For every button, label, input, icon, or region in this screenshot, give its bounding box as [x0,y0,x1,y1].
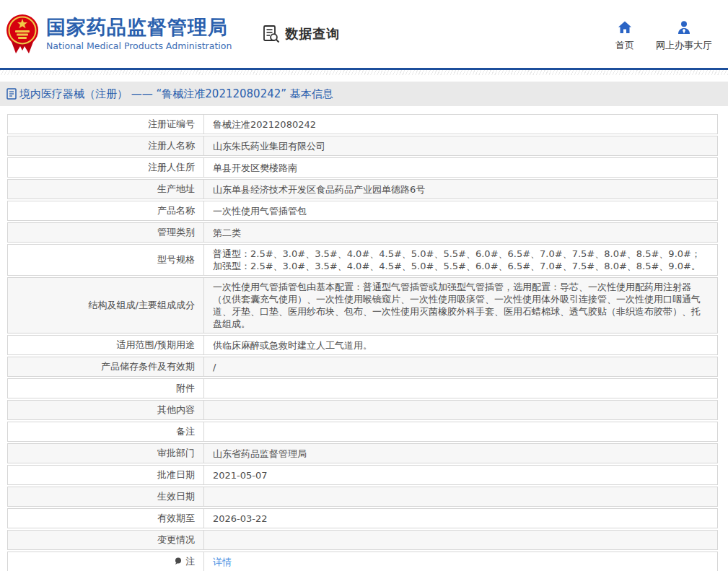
table-row: 产品储存条件及有效期/ [7,357,718,377]
row-label: 批准日期 [8,466,204,484]
table-row: 型号规格普通型：2.5#、3.0#、3.5#、4.0#、4.5#、5.0#、5.… [7,244,718,276]
note-icon [175,557,183,567]
row-label: 注册证编号 [8,115,204,134]
row-label: 附件 [8,379,204,398]
info-table: 注册证编号鲁械注准20212080242注册人名称山东朱氏药业集团有限公司注册人… [7,114,718,571]
row-value: 普通型：2.5#、3.0#、3.5#、4.0#、4.5#、5.0#、5.5#、6… [204,245,717,275]
table-row: 批准日期2021-05-07 [7,465,718,485]
table-row: 附件 [7,378,718,398]
hatched-divider [0,70,728,75]
row-value: 一次性使用气管插管包 [204,201,717,220]
row-label: 其他内容 [8,401,204,419]
row-value: 一次性使用气管插管包由基本配置：普通型气管插管或加强型气管插管，选用配置：导芯、… [204,278,717,333]
row-value: 山东省药品监督管理局 [204,444,717,463]
site-logo[interactable]: 国家药品监督管理局 National Medical Products Admi… [6,13,232,55]
detail-link[interactable]: 详情 [213,556,232,568]
row-value [204,487,717,506]
data-query-label: 数据查询 [285,25,340,43]
row-label: 注 [8,552,204,571]
top-nav: 首页 网上办事大厅 [615,20,712,52]
table-row: 注册人名称山东朱氏药业集团有限公司 [7,136,718,156]
row-label: 备注 [8,422,204,441]
data-query-menu[interactable]: 数据查询 [262,25,340,43]
row-label: 产品名称 [8,201,204,220]
row-label: 生产地址 [8,180,204,199]
row-value [204,401,717,419]
row-label: 型号规格 [8,245,204,275]
user-icon [677,20,691,35]
row-label: 注册人住所 [8,158,204,177]
table-row: 适用范围/预期用途供临床麻醉或急救时建立人工气道用。 [7,335,718,355]
nav-item-home[interactable]: 首页 [615,20,634,52]
row-label: 有效期至 [8,509,204,528]
row-label: 生效日期 [8,487,204,506]
row-value [204,379,717,398]
row-label: 变更情况 [8,531,204,549]
table-row: 注册证编号鲁械注准20212080242 [7,114,718,134]
table-row: 变更情况 [7,530,718,550]
nav-label: 首页 [615,39,634,52]
row-label: 管理类别 [8,223,204,242]
row-value: 详情 [204,552,717,571]
row-value [204,531,717,549]
table-row: 有效期至2026-03-22 [7,508,718,528]
row-value: 第二类 [204,223,717,242]
table-row: 注册人住所单县开发区樊楼路南 [7,157,718,178]
row-label: 适用范围/预期用途 [8,336,204,354]
row-value: 鲁械注准20212080242 [204,115,717,134]
table-row: 备注 [7,422,718,442]
row-value: 供临床麻醉或急救时建立人工气道用。 [204,336,717,354]
row-value: 单县开发区樊楼路南 [204,158,717,177]
table-row: 注详情 [7,552,718,571]
row-label: 产品储存条件及有效期 [8,357,204,376]
table-row: 生效日期 [7,487,718,507]
row-value: 2026-03-22 [204,509,717,528]
org-name-cn: 国家药品监督管理局 [46,17,232,38]
row-value: 山东朱氏药业集团有限公司 [204,136,717,155]
row-value: 山东单县经济技术开发区食品药品产业园单德路6号 [204,180,717,199]
site-header: 国家药品监督管理局 National Medical Products Admi… [0,0,728,70]
row-value: 2021-05-07 [204,466,717,484]
national-emblem-icon [6,13,39,55]
org-name-en: National Medical Products Administration [46,40,232,51]
table-row: 产品名称一次性使用气管插管包 [7,201,718,221]
nav-label: 网上办事大厅 [656,39,712,52]
breadcrumb-bar: 境内医疗器械（注册） —— “鲁械注准20212080242” 基本信息 [0,82,728,106]
page-title: 境内医疗器械（注册） —— “鲁械注准20212080242” 基本信息 [19,87,333,101]
table-row: 审批部门山东省药品监督管理局 [7,443,718,463]
data-query-icon [262,25,281,43]
row-label: 结构及组成/主要组成成分 [8,278,204,333]
row-value [204,422,717,441]
document-icon [6,88,17,100]
table-row: 生产地址山东单县经济技术开发区食品药品产业园单德路6号 [7,179,718,199]
home-icon [618,20,632,35]
row-label: 审批部门 [8,444,204,463]
table-row: 管理类别第二类 [7,222,718,243]
table-row: 其他内容 [7,400,718,420]
row-value: / [204,357,717,376]
table-row: 结构及组成/主要组成成分一次性使用气管插管包由基本配置：普通型气管插管或加强型气… [7,277,718,334]
nav-item-service-hall[interactable]: 网上办事大厅 [656,20,712,52]
row-label: 注册人名称 [8,136,204,155]
